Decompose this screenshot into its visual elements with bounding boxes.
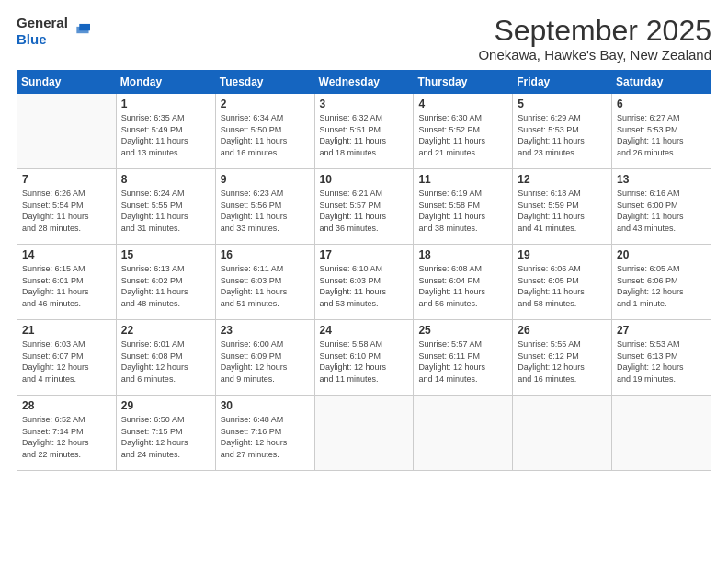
day-number: 7 [22,173,111,186]
day-info: Sunrise: 6:01 AM Sunset: 6:08 PM Dayligh… [121,339,210,385]
calendar-cell: 10Sunrise: 6:21 AM Sunset: 5:57 PM Dayli… [314,169,414,245]
header-tuesday: Tuesday [215,71,314,94]
calendar-cell: 1Sunrise: 6:35 AM Sunset: 5:49 PM Daylig… [116,94,215,169]
calendar-cell: 4Sunrise: 6:30 AM Sunset: 5:52 PM Daylig… [414,94,513,169]
calendar-cell: 8Sunrise: 6:24 AM Sunset: 5:55 PM Daylig… [116,169,215,245]
calendar-cell: 14Sunrise: 6:15 AM Sunset: 6:01 PM Dayli… [17,245,117,320]
day-number: 25 [418,324,507,337]
day-number: 16 [221,248,310,261]
calendar-week-row: 1Sunrise: 6:35 AM Sunset: 5:49 PM Daylig… [17,94,711,169]
day-number: 2 [221,98,310,110]
day-info: Sunrise: 5:58 AM Sunset: 6:10 PM Dayligh… [320,339,409,385]
calendar-week-row: 28Sunrise: 6:52 AM Sunset: 7:14 PM Dayli… [17,396,711,471]
header-saturday: Saturday [612,71,711,94]
calendar-cell: 16Sunrise: 6:11 AM Sunset: 6:03 PM Dayli… [215,245,314,320]
calendar-cell: 27Sunrise: 5:53 AM Sunset: 6:13 PM Dayli… [612,320,711,396]
day-info: Sunrise: 6:11 AM Sunset: 6:03 PM Dayligh… [221,263,310,309]
calendar-cell: 11Sunrise: 6:19 AM Sunset: 5:58 PM Dayli… [414,169,513,245]
calendar-header-row: SundayMondayTuesdayWednesdayThursdayFrid… [17,71,711,94]
header: General Blue September 2025 Onekawa, Haw… [17,15,711,63]
day-number: 3 [320,98,409,110]
day-info: Sunrise: 6:08 AM Sunset: 6:04 PM Dayligh… [418,263,507,309]
day-number: 19 [518,248,607,261]
calendar-cell: 28Sunrise: 6:52 AM Sunset: 7:14 PM Dayli… [17,396,117,471]
calendar-cell: 17Sunrise: 6:10 AM Sunset: 6:03 PM Dayli… [314,245,414,320]
calendar-cell: 7Sunrise: 6:26 AM Sunset: 5:54 PM Daylig… [17,169,117,245]
day-number: 4 [418,98,507,110]
day-info: Sunrise: 6:13 AM Sunset: 6:02 PM Dayligh… [121,263,210,309]
calendar-cell: 24Sunrise: 5:58 AM Sunset: 6:10 PM Dayli… [314,320,414,396]
day-number: 26 [518,324,607,337]
day-number: 30 [221,399,310,412]
calendar-cell: 21Sunrise: 6:03 AM Sunset: 6:07 PM Dayli… [17,320,117,396]
day-number: 29 [121,399,210,412]
day-number: 24 [320,324,409,337]
calendar-cell: 20Sunrise: 6:05 AM Sunset: 6:06 PM Dayli… [612,245,711,320]
day-info: Sunrise: 5:55 AM Sunset: 6:12 PM Dayligh… [518,339,607,385]
day-info: Sunrise: 6:06 AM Sunset: 6:05 PM Dayligh… [518,263,607,309]
calendar-week-row: 21Sunrise: 6:03 AM Sunset: 6:07 PM Dayli… [17,320,711,396]
day-number: 8 [121,173,210,186]
day-number: 10 [320,173,409,186]
logo-general: General [17,15,68,30]
day-info: Sunrise: 6:21 AM Sunset: 5:57 PM Dayligh… [320,188,409,234]
calendar-cell: 9Sunrise: 6:23 AM Sunset: 5:56 PM Daylig… [215,169,314,245]
title-block: September 2025 Onekawa, Hawke's Bay, New… [478,15,711,63]
day-info: Sunrise: 6:30 AM Sunset: 5:52 PM Dayligh… [418,112,507,158]
day-number: 22 [121,324,210,337]
day-info: Sunrise: 6:00 AM Sunset: 6:09 PM Dayligh… [221,339,310,385]
logo: General Blue [17,15,90,48]
day-number: 21 [22,324,111,337]
calendar-week-row: 14Sunrise: 6:15 AM Sunset: 6:01 PM Dayli… [17,245,711,320]
day-number: 13 [617,173,706,186]
calendar-cell [612,396,711,471]
calendar-cell: 23Sunrise: 6:00 AM Sunset: 6:09 PM Dayli… [215,320,314,396]
day-number: 15 [121,248,210,261]
day-number: 17 [320,248,409,261]
day-info: Sunrise: 6:48 AM Sunset: 7:16 PM Dayligh… [221,414,310,460]
calendar-cell: 18Sunrise: 6:08 AM Sunset: 6:04 PM Dayli… [414,245,513,320]
day-info: Sunrise: 6:05 AM Sunset: 6:06 PM Dayligh… [617,263,706,309]
day-number: 28 [22,399,111,412]
day-number: 12 [518,173,607,186]
day-number: 18 [418,248,507,261]
month-title: September 2025 [478,15,711,47]
calendar-cell: 19Sunrise: 6:06 AM Sunset: 6:05 PM Dayli… [513,245,612,320]
calendar-cell: 13Sunrise: 6:16 AM Sunset: 6:00 PM Dayli… [612,169,711,245]
day-info: Sunrise: 6:15 AM Sunset: 6:01 PM Dayligh… [22,263,111,309]
header-wednesday: Wednesday [314,71,414,94]
day-info: Sunrise: 6:35 AM Sunset: 5:49 PM Dayligh… [121,112,210,158]
day-info: Sunrise: 6:29 AM Sunset: 5:53 PM Dayligh… [518,112,607,158]
calendar-table: SundayMondayTuesdayWednesdayThursdayFrid… [17,70,711,471]
day-info: Sunrise: 5:57 AM Sunset: 6:11 PM Dayligh… [418,339,507,385]
day-info: Sunrise: 5:53 AM Sunset: 6:13 PM Dayligh… [617,339,706,385]
logo-text: General Blue [17,15,68,48]
day-info: Sunrise: 6:32 AM Sunset: 5:51 PM Dayligh… [320,112,409,158]
day-number: 14 [22,248,111,261]
calendar-cell: 12Sunrise: 6:18 AM Sunset: 5:59 PM Dayli… [513,169,612,245]
day-info: Sunrise: 6:18 AM Sunset: 5:59 PM Dayligh… [518,188,607,234]
calendar-cell [17,94,117,169]
calendar-cell [414,396,513,471]
day-info: Sunrise: 6:34 AM Sunset: 5:50 PM Dayligh… [221,112,310,158]
location-title: Onekawa, Hawke's Bay, New Zealand [478,47,711,63]
day-info: Sunrise: 6:52 AM Sunset: 7:14 PM Dayligh… [22,414,111,460]
calendar-cell: 30Sunrise: 6:48 AM Sunset: 7:16 PM Dayli… [215,396,314,471]
svg-marker-1 [79,24,90,30]
day-number: 1 [121,98,210,110]
calendar-cell: 2Sunrise: 6:34 AM Sunset: 5:50 PM Daylig… [215,94,314,169]
calendar-cell: 22Sunrise: 6:01 AM Sunset: 6:08 PM Dayli… [116,320,215,396]
day-info: Sunrise: 6:27 AM Sunset: 5:53 PM Dayligh… [617,112,706,158]
header-friday: Friday [513,71,612,94]
day-info: Sunrise: 6:26 AM Sunset: 5:54 PM Dayligh… [22,188,111,234]
calendar-cell: 6Sunrise: 6:27 AM Sunset: 5:53 PM Daylig… [612,94,711,169]
calendar-cell: 26Sunrise: 5:55 AM Sunset: 6:12 PM Dayli… [513,320,612,396]
calendar-cell: 15Sunrise: 6:13 AM Sunset: 6:02 PM Dayli… [116,245,215,320]
calendar-cell: 25Sunrise: 5:57 AM Sunset: 6:11 PM Dayli… [414,320,513,396]
day-info: Sunrise: 6:03 AM Sunset: 6:07 PM Dayligh… [22,339,111,385]
day-info: Sunrise: 6:10 AM Sunset: 6:03 PM Dayligh… [320,263,409,309]
day-number: 11 [418,173,507,186]
day-number: 27 [617,324,706,337]
logo-icon [70,21,90,41]
day-info: Sunrise: 6:19 AM Sunset: 5:58 PM Dayligh… [418,188,507,234]
